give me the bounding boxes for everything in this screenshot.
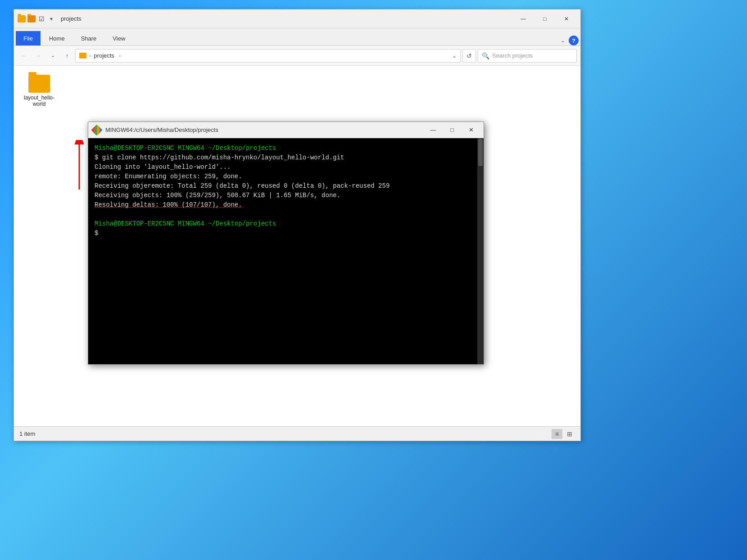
address-bar[interactable]: › projects › ⌄	[75, 49, 461, 63]
large-icons-view-button[interactable]: ⊞	[564, 429, 575, 439]
title-bar-controls: — □ ✕	[513, 12, 577, 26]
nav-bar: ← → ⌄ ↑ › projects › ⌄ ↺ 🔍 Search projec…	[14, 46, 580, 66]
terminal-line-2: $ git clone https://github.com/misha-hry…	[95, 153, 471, 163]
terminal-scrollbar[interactable]	[477, 138, 484, 364]
terminal-line-4: remote: Enumerating objects: 259, done.	[95, 172, 471, 181]
terminal-line-1: Misha@DESKTOP-ER2C5NC MINGW64 ~/Desktop/…	[95, 144, 471, 153]
tab-home[interactable]: Home	[41, 31, 72, 45]
up-button[interactable]: ↑	[61, 50, 73, 62]
terminal-content[interactable]: Misha@DESKTOP-ER2C5NC MINGW64 ~/Desktop/…	[88, 138, 477, 364]
dropdown-nav-button[interactable]: ⌄	[46, 50, 59, 62]
close-button[interactable]: ✕	[556, 12, 577, 26]
terminal-close-button[interactable]: ✕	[462, 124, 480, 136]
folder-big-icon	[28, 75, 50, 93]
terminal-line-8	[95, 210, 471, 219]
address-folder-icon	[79, 53, 86, 59]
folder-icon-1	[18, 15, 26, 23]
ribbon-help: ⌄ ?	[561, 36, 579, 45]
address-separator-2: ›	[119, 52, 121, 59]
ribbon-tabs: File Home Share View ⌄ ?	[14, 28, 580, 45]
status-bar: 1 item ≡ ⊞	[14, 426, 580, 441]
search-bar[interactable]: 🔍 Search projects	[478, 49, 577, 63]
terminal-line-3: Cloning into 'layout_hello-world'...	[95, 163, 471, 172]
folder-label: layout_hello-world	[23, 95, 55, 107]
tab-file[interactable]: File	[16, 31, 41, 45]
address-separator-1: ›	[89, 52, 91, 59]
terminal-window: MINGW64:/c/Users/Misha/Desktop/projects …	[88, 122, 484, 365]
forward-button[interactable]: →	[32, 50, 45, 62]
terminal-line-9: Misha@DESKTOP-ER2C5NC MINGW64 ~/Desktop/…	[95, 219, 471, 229]
title-bar-icons: ☑ ▾	[18, 15, 55, 23]
status-bar-right: ≡ ⊞	[552, 429, 575, 439]
terminal-line-5: Receiving objeremote: Total 259 (delta 0…	[95, 181, 471, 191]
maximize-button[interactable]: □	[534, 12, 555, 26]
address-path: projects	[94, 52, 114, 59]
terminal-line-7: Resolving deltas: 100% (107/107), done.	[95, 200, 471, 210]
folder-icon-2	[27, 15, 36, 23]
scrollbar-thumb	[478, 139, 483, 166]
ribbon-collapse-icon[interactable]: ⌄	[561, 37, 565, 44]
address-dropdown-arrow[interactable]: ⌄	[452, 53, 457, 59]
checkmark-icon: ☑	[37, 15, 45, 23]
title-bar-title: projects	[61, 15, 513, 22]
terminal-title: MINGW64:/c/Users/Misha/Desktop/projects	[105, 126, 424, 133]
tab-share[interactable]: Share	[73, 31, 104, 45]
ribbon: File Home Share View ⌄ ?	[14, 28, 580, 46]
terminal-minimize-button[interactable]: —	[424, 124, 442, 136]
search-icon: 🔍	[482, 52, 489, 59]
title-bar: ☑ ▾ projects — □ ✕	[14, 9, 580, 28]
terminal-maximize-button[interactable]: □	[443, 124, 461, 136]
folder-item-layout-hello-world[interactable]: layout_hello-world	[21, 73, 57, 109]
terminal-line-10: $	[95, 229, 471, 238]
terminal-controls: — □ ✕	[424, 124, 480, 136]
terminal-line-6: Receiving objects: 100% (259/259), 508.6…	[95, 191, 471, 200]
dropdown-arrow-icon[interactable]: ▾	[47, 15, 55, 23]
refresh-button[interactable]: ↺	[462, 49, 476, 63]
terminal-underline-text: Resolving deltas: 100% (107/107), done.	[95, 201, 242, 208]
help-button[interactable]: ?	[569, 36, 579, 45]
minimize-button[interactable]: —	[513, 12, 534, 26]
tab-view[interactable]: View	[105, 31, 133, 45]
mingw-logo	[92, 125, 102, 135]
search-placeholder: Search projects	[492, 52, 573, 59]
back-button[interactable]: ←	[18, 50, 30, 62]
terminal-body: Misha@DESKTOP-ER2C5NC MINGW64 ~/Desktop/…	[88, 138, 484, 364]
terminal-title-bar: MINGW64:/c/Users/Misha/Desktop/projects …	[88, 122, 484, 138]
details-view-button[interactable]: ≡	[552, 429, 562, 439]
item-count: 1 item	[19, 430, 35, 437]
